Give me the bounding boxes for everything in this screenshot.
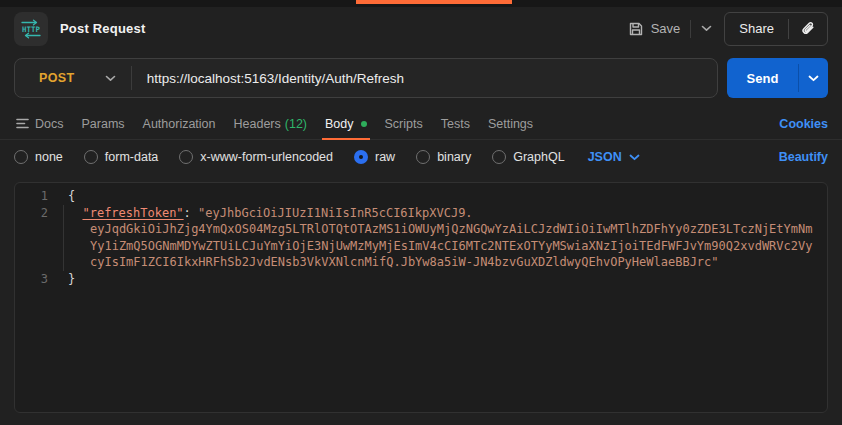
body-mode-binary[interactable]: binary	[416, 150, 471, 164]
url-row: POST https://localhost:5163/Identity/Aut…	[14, 58, 828, 98]
unsaved-changes-dot	[361, 121, 367, 127]
radio-checked-icon	[354, 150, 368, 164]
jwt-token-part-3: Yy1iZmQ5OGNmMDYwZTUiLCJuYmYiOjE3NjUwMzMy…	[90, 239, 812, 253]
body-mode-form-data[interactable]: form-data	[84, 150, 159, 164]
save-button[interactable]: Save	[628, 21, 681, 37]
body-editor[interactable]: 1 { 2 "refreshToken": "eyJhbGciOiJIUzI1N…	[14, 182, 828, 413]
code-line-wrapped: cyIsImF1ZCI6IkxHRFhSb2JvdENsb3VkVXNlcnMi…	[15, 254, 827, 271]
request-title: Post Request	[60, 21, 145, 36]
send-options-button[interactable]	[799, 58, 828, 98]
chevron-down-icon	[701, 25, 712, 32]
save-options-button[interactable]	[701, 25, 712, 32]
code-line-wrapped: eyJqdGkiOiJhZjg4YmQxOS04Mzg5LTRlOTQtOTAz…	[15, 221, 827, 238]
request-header: HTTP Post Request Save Share	[0, 7, 842, 50]
tab-label: Authorization	[143, 117, 216, 131]
http-request-icon: HTTP	[14, 12, 48, 46]
open-brace: {	[68, 189, 75, 203]
floppy-disk-icon	[628, 21, 644, 37]
colon: :	[184, 206, 198, 220]
line-number: 3	[15, 271, 48, 288]
url-input[interactable]: https://localhost:5163/Identity/Auth/Ref…	[147, 71, 404, 86]
tab-docs[interactable]: Docs	[14, 108, 72, 139]
send-button-group: Send	[727, 58, 828, 98]
jwt-token-part-1: "eyJhbGciOiJIUzI1NiIsInR5cCI6IkpXVCJ9.	[198, 206, 473, 220]
tab-label: Docs	[35, 117, 63, 131]
body-mode-raw[interactable]: raw	[354, 150, 395, 164]
code-line: 3 }	[15, 271, 827, 288]
share-button-group: Share	[724, 12, 828, 46]
language-selector[interactable]: JSON	[588, 150, 640, 164]
body-mode-graphql[interactable]: GraphQL	[492, 150, 564, 164]
tab-label: Body	[325, 117, 354, 131]
radio-icon	[416, 150, 430, 164]
tab-authorization[interactable]: Authorization	[134, 108, 225, 139]
save-button-label: Save	[651, 21, 681, 36]
paperclip-icon	[800, 21, 816, 37]
beautify-link[interactable]: Beautify	[779, 150, 828, 164]
body-mode-urlencoded[interactable]: x-www-form-urlencoded	[179, 150, 333, 164]
url-container: POST https://localhost:5163/Identity/Aut…	[14, 58, 718, 98]
jwt-token-part-2: eyJqdGkiOiJhZjg4YmQxOS04Mzg5LTRlOTQtOTAz…	[90, 222, 812, 236]
radio-icon	[492, 150, 506, 164]
copy-link-button[interactable]	[789, 13, 827, 45]
send-button[interactable]: Send	[727, 58, 798, 98]
radio-icon	[14, 150, 28, 164]
tab-label: Scripts	[385, 117, 423, 131]
url-divider	[131, 66, 132, 90]
code-line: 1 {	[15, 188, 827, 205]
method-selector[interactable]: POST	[15, 71, 75, 85]
save-divider	[690, 20, 691, 38]
line-number: 2	[15, 205, 48, 222]
tab-label: Headers	[234, 117, 281, 131]
active-tab-indicator	[356, 0, 512, 4]
chevron-down-icon	[629, 154, 640, 161]
request-tabs: Docs Params Authorization Headers (12) B…	[0, 108, 842, 140]
tab-params[interactable]: Params	[72, 108, 133, 139]
window-tab-strip	[0, 0, 842, 7]
tab-tests[interactable]: Tests	[432, 108, 479, 139]
tab-headers[interactable]: Headers (12)	[225, 108, 316, 139]
line-number: 1	[15, 188, 48, 205]
close-brace: }	[68, 272, 75, 286]
body-mode-none[interactable]: none	[14, 150, 63, 164]
json-key-refreshToken: "refreshToken"	[82, 206, 183, 220]
method-selector-caret[interactable]	[105, 75, 116, 82]
code-line-wrapped: Yy1iZmQ5OGNmMDYwZTUiLCJuYmYiOjE3NjUwMzMy…	[15, 238, 827, 255]
tab-label: Params	[81, 117, 124, 131]
tab-body[interactable]: Body	[316, 108, 376, 139]
list-icon	[16, 118, 29, 129]
indent-guide	[63, 205, 64, 271]
cookies-link[interactable]: Cookies	[779, 117, 828, 131]
http-badge-text: HTTP	[22, 24, 40, 33]
tab-label: Settings	[488, 117, 533, 131]
radio-icon	[84, 150, 98, 164]
radio-icon	[179, 150, 193, 164]
tab-settings[interactable]: Settings	[479, 108, 542, 139]
tab-scripts[interactable]: Scripts	[376, 108, 432, 139]
chevron-down-icon	[808, 75, 819, 82]
jwt-token-part-4: cyIsImF1ZCI6IkxHRFhSb2JvdENsb3VkVXNlcnMi…	[90, 255, 719, 269]
body-mode-row: none form-data x-www-form-urlencoded raw…	[0, 140, 842, 174]
share-button[interactable]: Share	[725, 21, 788, 36]
headers-count-badge: (12)	[285, 117, 307, 131]
code-line: 2 "refreshToken": "eyJhbGciOiJIUzI1NiIsI…	[15, 205, 827, 222]
chevron-down-icon	[105, 75, 116, 82]
active-tab-underline	[322, 138, 370, 140]
tab-label: Tests	[441, 117, 470, 131]
